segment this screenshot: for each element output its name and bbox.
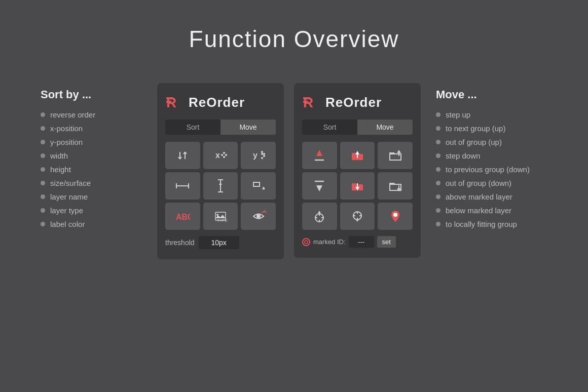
svg-point-5 (223, 152, 225, 154)
layer-name-btn[interactable]: ABC (165, 203, 200, 230)
page-title: Function Overview (189, 25, 399, 53)
out-of-group-down-btn[interactable] (378, 172, 413, 200)
move-card: R ReOrder Sort Move (294, 83, 421, 258)
list-item: label color (41, 220, 142, 228)
svg-marker-40 (397, 150, 401, 153)
list-dot (436, 194, 440, 199)
move-list: step upto next group (up)out of group (u… (436, 110, 547, 228)
list-dot (41, 222, 45, 226)
svg-point-61 (303, 239, 310, 246)
svg-marker-38 (355, 151, 359, 154)
above-marked-btn[interactable] (302, 203, 337, 230)
list-dot (41, 153, 45, 158)
svg-line-31 (264, 211, 266, 213)
svg-point-8 (223, 156, 225, 158)
svg-point-27 (216, 214, 218, 216)
locally-fitting-btn[interactable] (378, 203, 413, 230)
svg-point-10 (261, 151, 263, 153)
list-item: to next group (up) (436, 124, 547, 133)
list-item: x-position (41, 124, 142, 133)
sort-tab[interactable]: Sort (165, 120, 220, 135)
left-panel: Sort by ... reverse orderx-positiony-pos… (41, 88, 142, 233)
sort-card-tabs: Sort Move (165, 120, 276, 135)
move-btn-grid (302, 142, 413, 230)
list-dot (41, 112, 45, 117)
step-down-btn[interactable] (302, 172, 337, 200)
list-item: to previous group (down) (436, 165, 547, 174)
width-btn[interactable] (165, 172, 200, 200)
svg-point-29 (256, 214, 261, 218)
svg-point-60 (393, 213, 397, 217)
y-position-btn[interactable]: y (241, 142, 276, 169)
move-tab-sort-card[interactable]: Move (220, 120, 276, 135)
list-dot (436, 112, 440, 117)
step-up-btn[interactable] (302, 142, 337, 169)
threshold-label: threshold (165, 239, 195, 247)
svg-point-12 (261, 153, 263, 155)
list-item: y-position (41, 138, 142, 146)
label-color-btn[interactable] (241, 203, 276, 230)
svg-marker-43 (316, 185, 322, 191)
sort-btn-grid: x y (165, 142, 276, 230)
svg-marker-21 (219, 182, 222, 185)
svg-rect-22 (253, 182, 260, 186)
list-item: layer name (41, 192, 142, 201)
list-item: out of group (down) (436, 179, 547, 187)
marked-id-input[interactable] (349, 236, 374, 248)
list-item: layer type (41, 206, 142, 215)
right-panel: Move ... step upto next group (up)out of… (436, 88, 547, 233)
svg-rect-3 (166, 101, 171, 103)
out-of-group-up-btn[interactable] (378, 142, 413, 169)
list-dot (41, 126, 45, 131)
below-marked-btn[interactable] (340, 203, 375, 230)
size-surface-btn[interactable] (241, 172, 276, 200)
list-item: size/surface (41, 179, 142, 187)
list-item: width (41, 151, 142, 160)
sort-card-title: ReOrder (189, 95, 245, 110)
list-dot (41, 194, 45, 199)
sort-heading: Sort by ... (41, 88, 142, 101)
move-heading: Move ... (436, 88, 547, 101)
sort-tab-move-card[interactable]: Sort (302, 120, 357, 135)
sort-card: R ReOrder Sort Move x (157, 83, 284, 259)
threshold-input[interactable] (199, 236, 239, 249)
list-item: below marked layer (436, 206, 547, 215)
list-item: reverse order (41, 110, 142, 119)
list-dot (436, 208, 440, 213)
svg-rect-2 (166, 97, 173, 99)
move-card-title: ReOrder (325, 95, 382, 110)
sort-list: reverse orderx-positiony-positionwidthhe… (41, 110, 142, 228)
svg-text:ABC: ABC (176, 213, 190, 221)
svg-text:y: y (253, 151, 258, 160)
svg-text:TYPE: TYPE (217, 218, 228, 223)
list-item: step down (436, 151, 547, 160)
list-item: height (41, 165, 142, 174)
svg-point-62 (305, 241, 308, 244)
height-btn[interactable] (203, 172, 238, 200)
svg-text:x: x (215, 151, 220, 160)
threshold-row: threshold (165, 236, 276, 249)
set-button[interactable]: set (377, 236, 396, 248)
svg-point-6 (225, 154, 227, 156)
list-dot (436, 181, 440, 185)
list-dot (436, 140, 440, 144)
reorder-logo-icon-2: R (302, 93, 320, 111)
main-content: Sort by ... reverse orderx-positiony-pos… (0, 83, 588, 259)
list-dot (41, 208, 45, 213)
svg-rect-34 (303, 97, 310, 99)
x-position-btn[interactable]: x (203, 142, 238, 169)
sort-order-btn[interactable] (165, 142, 200, 169)
svg-marker-37 (316, 150, 322, 156)
layer-type-btn[interactable]: TYPE (203, 203, 238, 230)
svg-point-11 (263, 153, 265, 155)
to-next-group-up-btn[interactable] (340, 142, 375, 169)
list-item: out of group (up) (436, 138, 547, 146)
reorder-logo-icon: R (165, 93, 183, 111)
to-prev-group-down-btn[interactable] (340, 172, 375, 200)
move-card-tabs: Sort Move (302, 120, 413, 135)
move-card-header: R ReOrder (302, 93, 413, 111)
move-tab-move-card[interactable]: Move (357, 120, 413, 135)
svg-marker-23 (262, 186, 265, 189)
list-dot (436, 153, 440, 158)
marked-icon (302, 238, 310, 246)
